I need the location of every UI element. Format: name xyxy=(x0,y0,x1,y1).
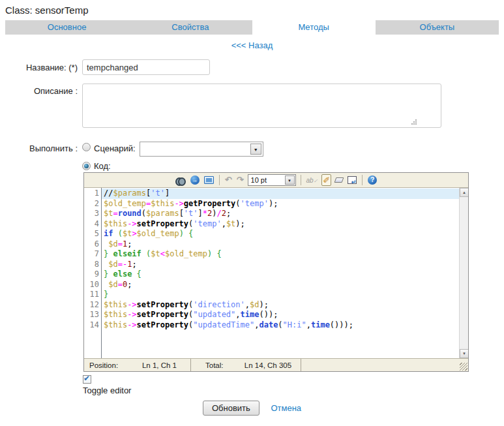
code-lines[interactable]: //$params['t']$old_temp=$this->getProper… xyxy=(102,188,468,358)
line-number: 6 xyxy=(84,239,99,250)
code-line[interactable]: $this->setProperty("updatedTime",date("H… xyxy=(104,320,468,331)
line-number: 14 xyxy=(84,320,99,331)
spacer xyxy=(0,160,82,171)
editor-scrollbar[interactable]: ▲ ▼ xyxy=(459,188,468,358)
undo-icon[interactable]: ↶ xyxy=(224,174,233,186)
line-number: 10 xyxy=(84,280,99,290)
eraser-icon[interactable] xyxy=(334,174,344,186)
scenario-select[interactable]: ▼ xyxy=(140,142,263,157)
name-input[interactable] xyxy=(82,59,210,75)
scroll-up-icon[interactable]: ▲ xyxy=(460,188,468,197)
description-textarea[interactable] xyxy=(82,84,441,128)
font-size-select[interactable]: 10 pt ▼ xyxy=(248,174,296,186)
code-editor: → ↶ ↷ 10 pt ▼ ab ✐ ? 1234567891011121314… xyxy=(83,172,469,372)
code-line[interactable]: $d=0; xyxy=(104,280,468,290)
spellcheck-icon[interactable]: ab xyxy=(306,174,319,186)
line-number: 7 xyxy=(84,249,99,260)
code-line[interactable]: $t=round($params['t']*2)/2; xyxy=(104,209,468,219)
code-line[interactable]: $d=-1; xyxy=(104,260,468,270)
cancel-link[interactable]: Отмена xyxy=(271,403,301,413)
position-label: Position: xyxy=(84,361,128,369)
goto-line-icon[interactable]: → xyxy=(190,174,200,186)
update-button[interactable]: Обновить xyxy=(203,401,259,416)
redo-icon[interactable]: ↷ xyxy=(236,174,245,186)
code-line[interactable]: //$params['t'] xyxy=(102,189,468,199)
line-number: 1 xyxy=(84,189,99,199)
code-line[interactable]: $this->setProperty('temp',$t); xyxy=(104,219,468,230)
line-number: 4 xyxy=(84,219,99,230)
toolbar-separator xyxy=(301,175,301,185)
page-title: Class: sensorTemp xyxy=(5,5,89,16)
tab-2[interactable]: Свойства xyxy=(128,20,252,35)
line-number: 8 xyxy=(84,260,99,270)
line-number: 5 xyxy=(84,229,99,239)
code-line[interactable]: $this->setProperty('direction',$d); xyxy=(104,300,468,311)
line-number: 12 xyxy=(84,300,99,311)
scroll-down-icon[interactable]: ▼ xyxy=(460,349,468,358)
toggle-editor-label: Toggle editor xyxy=(83,386,131,395)
editor-resize-grip[interactable] xyxy=(460,363,467,371)
editor-status-bar: Position: Ln 1, Ch 1 Total: Ln 14, Ch 30… xyxy=(84,358,468,371)
code-label: Код: xyxy=(94,160,111,171)
code-line[interactable]: } else { xyxy=(104,269,468,280)
font-size-value: 10 pt xyxy=(251,176,267,184)
editor-toolbar: → ↶ ↷ 10 pt ▼ ab ✐ ? xyxy=(84,173,468,188)
code-line[interactable]: } elseif ($t<$old_temp) { xyxy=(104,249,468,260)
line-number: 2 xyxy=(84,199,99,209)
word-wrap-icon[interactable] xyxy=(347,174,357,186)
code-line[interactable]: } xyxy=(104,290,468,300)
total-value: Ln 14, Ch 305 xyxy=(235,361,301,369)
toolbar-separator xyxy=(362,175,363,185)
code-line[interactable]: $old_temp=$this->getProperty('temp'); xyxy=(104,199,468,209)
select-dropdown-arrow-icon[interactable]: ▼ xyxy=(250,144,261,155)
textarea-resize-grip[interactable] xyxy=(411,119,417,125)
tab-3[interactable]: Методы xyxy=(252,20,376,35)
position-value: Ln 1, Ch 1 xyxy=(128,361,190,369)
font-size-dropdown-arrow-icon[interactable]: ▼ xyxy=(285,175,295,185)
line-number: 13 xyxy=(84,310,99,320)
tab-4[interactable]: Объекты xyxy=(376,20,499,35)
editor-main: 1234567891011121314 //$params['t']$old_t… xyxy=(84,188,468,358)
tab-bar: ОсновноеСвойстваМетодыОбъекты xyxy=(5,20,499,35)
fullscreen-icon[interactable] xyxy=(203,174,215,186)
code-line[interactable]: $this->setProperty("updated",time()); xyxy=(104,310,468,320)
line-numbers: 1234567891011121314 xyxy=(84,188,102,358)
description-label: Описание : xyxy=(0,84,82,128)
tab-1[interactable]: Основное xyxy=(5,20,128,35)
line-number: 9 xyxy=(84,269,99,280)
search-icon[interactable] xyxy=(175,174,186,186)
line-number: 11 xyxy=(84,290,99,300)
back-link[interactable]: <<< Назад xyxy=(231,40,273,50)
page: Class: sensorTemp ОсновноеСвойстваМетоды… xyxy=(0,0,504,426)
highlight-icon[interactable]: ✐ xyxy=(321,174,331,186)
toggle-editor-checkbox[interactable] xyxy=(83,375,91,384)
toolbar-separator xyxy=(219,175,220,185)
scenario-label: Сценарий: xyxy=(94,142,136,157)
line-number: 3 xyxy=(84,209,99,219)
code-radio[interactable] xyxy=(82,162,91,170)
code-line[interactable]: $d=1; xyxy=(104,239,468,250)
scenario-radio[interactable] xyxy=(82,143,91,151)
name-label: Название: (*) xyxy=(0,59,82,75)
back-link-row: <<< Назад xyxy=(0,40,504,50)
total-label: Total: xyxy=(191,361,235,369)
code-line[interactable]: if ($t>$old_temp) { xyxy=(104,229,468,239)
help-icon[interactable]: ? xyxy=(367,174,378,186)
execute-label: Выполнить : xyxy=(0,142,82,157)
footer-actions: Обновить Отмена xyxy=(0,401,504,416)
